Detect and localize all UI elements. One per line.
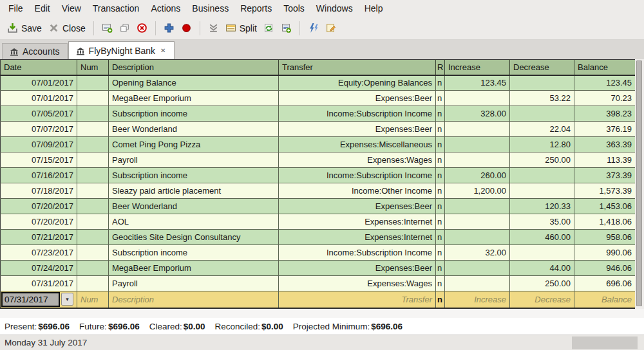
cell-balance[interactable]: 363.39: [574, 137, 636, 152]
menu-item-view[interactable]: View: [56, 1, 87, 16]
column-header-transfer[interactable]: Transfer: [279, 60, 436, 75]
cell-increase[interactable]: [445, 199, 510, 214]
cell-description[interactable]: AOL: [109, 214, 279, 230]
menu-item-file[interactable]: File: [3, 1, 29, 16]
cell-transfer[interactable]: Income:Subscription Income: [279, 245, 436, 261]
cell-decrease[interactable]: [510, 106, 574, 122]
duplicate-button[interactable]: [116, 21, 133, 35]
enter-button[interactable]: [160, 21, 178, 35]
cell-r[interactable]: n: [436, 152, 445, 168]
cell-date[interactable]: 07/01/2017: [1, 91, 77, 106]
cell-description[interactable]: Opening Balance: [109, 75, 279, 91]
cell-date[interactable]: 07/21/2017: [1, 230, 77, 245]
cell-num[interactable]: [77, 276, 109, 291]
cell-date[interactable]: 07/05/2017: [1, 106, 77, 122]
cell-description[interactable]: Payroll: [109, 152, 279, 168]
cell-date[interactable]: 07/20/2017: [1, 199, 77, 214]
cell-num[interactable]: [77, 183, 109, 199]
date-input[interactable]: 07/31/2017: [1, 292, 60, 307]
table-row[interactable]: 07/01/2017Opening BalanceEquity:Opening …: [1, 75, 636, 91]
cell-balance[interactable]: 696.06: [574, 276, 636, 291]
cell-description[interactable]: Payroll: [109, 276, 279, 291]
cell-balance[interactable]: 990.06: [574, 245, 636, 261]
menu-item-edit[interactable]: Edit: [29, 1, 56, 16]
cell-increase[interactable]: 260.00: [445, 168, 510, 183]
cell-increase[interactable]: [445, 122, 510, 137]
split-button[interactable]: Split: [222, 21, 260, 35]
cell-r[interactable]: n: [436, 230, 445, 245]
cell-description[interactable]: Comet Ping Pong Pizza: [109, 137, 279, 152]
table-row[interactable]: 07/31/2017PayrollExpenses:Wagesn250.0069…: [1, 276, 636, 291]
cell-increase[interactable]: [445, 261, 510, 276]
cell-r[interactable]: n: [436, 199, 445, 214]
column-header-date[interactable]: Date: [1, 60, 77, 75]
cell-num[interactable]: [77, 75, 109, 91]
blank-transaction-button[interactable]: [205, 21, 222, 35]
cell-num[interactable]: [77, 122, 109, 137]
table-row[interactable]: 07/16/2017Subscription incomeIncome:Subs…: [1, 168, 636, 183]
table-row[interactable]: 07/20/2017AOLExpenses:Internetn35.001,41…: [1, 214, 636, 230]
column-header-balance[interactable]: Balance: [574, 60, 636, 75]
close-button[interactable]: Close: [45, 21, 89, 35]
column-header-r[interactable]: R: [436, 60, 445, 75]
cell-decrease[interactable]: 35.00: [510, 214, 574, 230]
table-row[interactable]: 07/05/2017Subscription incomeIncome:Subs…: [1, 106, 636, 122]
cell-decrease[interactable]: 250.00: [510, 152, 574, 168]
transfer-button[interactable]: [305, 21, 322, 35]
cell-increase[interactable]: [445, 230, 510, 245]
reconcile-flag-cell[interactable]: n: [436, 291, 445, 308]
cell-increase[interactable]: [445, 137, 510, 152]
cell-date[interactable]: 07/23/2017: [1, 245, 77, 261]
cell-increase[interactable]: [445, 214, 510, 230]
cell-description[interactable]: MegaBeer Emporium: [109, 261, 279, 276]
num-input[interactable]: Num: [77, 291, 109, 308]
cell-r[interactable]: n: [436, 168, 445, 183]
menu-item-tools[interactable]: Tools: [278, 1, 310, 16]
table-row[interactable]: 07/01/2017MegaBeer EmporiumExpenses:Beer…: [1, 91, 636, 106]
cell-date[interactable]: 07/01/2017: [1, 75, 77, 91]
cell-balance[interactable]: 123.45: [574, 75, 636, 91]
cell-description[interactable]: Subscription income: [109, 168, 279, 183]
menu-item-transaction[interactable]: Transaction: [87, 1, 146, 16]
table-row[interactable]: 07/09/2017Comet Ping Pong PizzaExpenses:…: [1, 137, 636, 152]
table-row[interactable]: 07/23/2017Subscription incomeIncome:Subs…: [1, 245, 636, 261]
date-dropdown-button[interactable]: ▾: [61, 293, 73, 306]
menu-item-business[interactable]: Business: [186, 1, 234, 16]
column-header-decrease[interactable]: Decrease: [510, 60, 574, 75]
cell-decrease[interactable]: 12.80: [510, 137, 574, 152]
cell-date[interactable]: 07/09/2017: [1, 137, 77, 152]
description-input[interactable]: Description: [109, 291, 279, 308]
column-header-description[interactable]: Description: [109, 60, 279, 75]
cell-increase[interactable]: 123.45: [445, 75, 510, 91]
cell-increase[interactable]: 328.00: [445, 106, 510, 122]
cell-date[interactable]: 07/20/2017: [1, 214, 77, 230]
save-button[interactable]: Save: [4, 21, 45, 35]
cell-increase[interactable]: 32.00: [445, 245, 510, 261]
cell-transfer[interactable]: Expenses:Beer: [279, 122, 436, 137]
cell-num[interactable]: [77, 199, 109, 214]
cell-num[interactable]: [77, 106, 109, 122]
table-row[interactable]: 07/20/2017Beer WonderlandExpenses:Beern1…: [1, 199, 636, 214]
menu-item-windows[interactable]: Windows: [310, 1, 359, 16]
cancel-button[interactable]: [178, 21, 195, 35]
reconcile-button[interactable]: [322, 21, 339, 35]
cell-r[interactable]: n: [436, 276, 445, 291]
cell-num[interactable]: [77, 168, 109, 183]
cell-decrease[interactable]: 460.00: [510, 230, 574, 245]
cell-description[interactable]: Geocities Site Design Consultancy: [109, 230, 279, 245]
cell-num[interactable]: [77, 261, 109, 276]
cell-r[interactable]: n: [436, 106, 445, 122]
cell-decrease[interactable]: 22.04: [510, 122, 574, 137]
cell-transfer[interactable]: Expenses:Wages: [279, 276, 436, 291]
cell-balance[interactable]: 958.06: [574, 230, 636, 245]
increase-input[interactable]: Increase: [445, 291, 510, 308]
cell-date[interactable]: 07/18/2017: [1, 183, 77, 199]
cell-transfer[interactable]: Income:Subscription Income: [279, 168, 436, 183]
cell-description[interactable]: Subscription income: [109, 245, 279, 261]
table-row[interactable]: 07/21/2017Geocities Site Design Consulta…: [1, 230, 636, 245]
cell-date[interactable]: 07/31/2017: [1, 276, 77, 291]
menu-item-reports[interactable]: Reports: [234, 1, 278, 16]
cell-description[interactable]: Subscription income: [109, 106, 279, 122]
table-row[interactable]: 07/18/2017Sleazy paid article placementI…: [1, 183, 636, 199]
cell-increase[interactable]: [445, 152, 510, 168]
